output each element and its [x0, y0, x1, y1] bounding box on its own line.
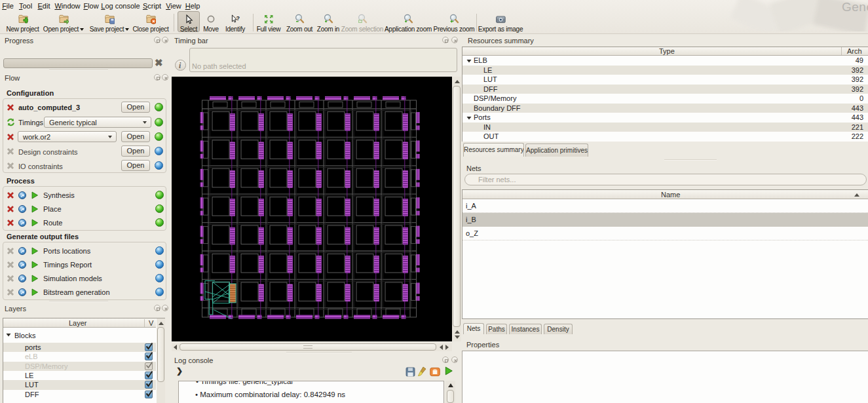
svg-text:?: ?	[236, 15, 240, 22]
